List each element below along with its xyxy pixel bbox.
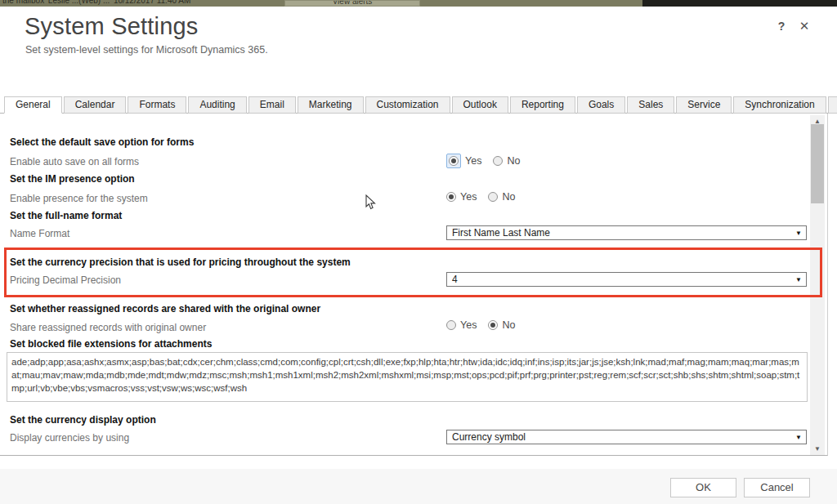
tab-general[interactable]: General	[4, 96, 62, 114]
radio-unselected-icon	[488, 192, 498, 202]
radio-focus-ring	[446, 154, 461, 168]
radio-no-label: No	[507, 155, 520, 167]
im-presence-label: Enable presence for the system	[10, 193, 148, 204]
radio-yes-label: Yes	[460, 319, 477, 331]
pricing-precision-label: Pricing Decimal Precision	[10, 274, 121, 286]
currency-display-value: Currency symbol	[452, 430, 526, 444]
chevron-down-icon: ▼	[795, 230, 802, 237]
name-format-value: First Name Last Name	[452, 226, 550, 239]
radio-unselected-icon	[493, 156, 503, 166]
tab-service[interactable]: Service	[676, 96, 732, 114]
section-currency-precision-title: Set the currency precision that is used …	[10, 256, 351, 268]
page-title: System Settings	[25, 13, 199, 40]
share-reassigned-label: Share reassigned records with original o…	[10, 322, 206, 333]
section-blocked-extensions-title: Set blocked file extensions for attachme…	[10, 338, 212, 350]
tab-synchronization[interactable]: Synchronization	[733, 96, 826, 114]
section-name-format-title: Set the full-name format	[10, 210, 122, 221]
auto-save-no-option[interactable]: No	[493, 155, 520, 167]
tab-sales[interactable]: Sales	[627, 96, 674, 114]
scrollbar-down-icon[interactable]: ▼	[810, 443, 825, 455]
chevron-down-icon: ▼	[795, 276, 802, 283]
view-alerts-label: View alerts	[285, 0, 419, 6]
tab-formats[interactable]: Formats	[128, 96, 186, 114]
share-reassigned-no-option[interactable]: No	[488, 319, 515, 331]
section-currency-display-title: Set the currency display option	[10, 414, 156, 426]
tab-reporting[interactable]: Reporting	[510, 96, 575, 114]
radio-selected-icon	[488, 320, 498, 330]
auto-save-yes-option[interactable]: Yes	[446, 154, 481, 168]
pricing-precision-select[interactable]: 4 ▼	[446, 272, 807, 287]
pricing-precision-value: 4	[452, 273, 458, 286]
section-save-option-title: Select the default save option for forms	[10, 136, 194, 148]
name-format-label: Name Format	[10, 228, 69, 239]
section-share-reassigned-title: Set whether reassigned records are share…	[10, 303, 320, 314]
tab-strip: General Calendar Formats Auditing Email …	[4, 96, 837, 114]
radio-no-label: No	[502, 191, 515, 203]
im-presence-no-option[interactable]: No	[488, 191, 515, 203]
radio-no-label: No	[502, 319, 515, 331]
currency-display-label: Display currencies by using	[10, 432, 129, 444]
share-reassigned-yes-option[interactable]: Yes	[446, 319, 477, 331]
radio-yes-label: Yes	[460, 191, 477, 203]
chevron-down-icon: ▼	[795, 434, 802, 441]
blocked-extensions-textarea[interactable]: ade;adp;app;asa;ashx;asmx;asp;bas;bat;cd…	[7, 352, 808, 402]
view-alerts-button[interactable]: View alerts	[284, 0, 420, 7]
tab-marketing[interactable]: Marketing	[298, 96, 364, 114]
notification-message: the mailbox 'Leslie ...(Web) ...' 10/12/…	[2, 0, 190, 5]
tab-calendar[interactable]: Calendar	[64, 96, 127, 114]
auto-save-radio-group: Yes No	[446, 154, 520, 168]
currency-display-select[interactable]: Currency symbol ▼	[446, 430, 807, 444]
close-icon[interactable]: ✕	[796, 18, 812, 34]
ok-button[interactable]: OK	[670, 478, 736, 497]
notification-bar-dark-segment	[642, 0, 837, 7]
tab-mobile[interactable]: Mobile	[828, 96, 837, 114]
tab-goals[interactable]: Goals	[577, 96, 625, 114]
notification-bar: the mailbox 'Leslie ...(Web) ...' 10/12/…	[0, 0, 837, 7]
name-format-select[interactable]: First Name Last Name ▼	[446, 225, 807, 240]
settings-panel: Select the default save option for forms…	[0, 114, 828, 456]
tab-outlook[interactable]: Outlook	[452, 96, 508, 114]
radio-selected-icon	[449, 156, 459, 166]
tab-customization[interactable]: Customization	[365, 96, 450, 114]
im-presence-yes-option[interactable]: Yes	[446, 191, 477, 203]
cancel-button[interactable]: Cancel	[744, 478, 810, 497]
auto-save-label: Enable auto save on all forms	[10, 156, 139, 167]
share-reassigned-radio-group: Yes No	[446, 319, 515, 331]
page-subtitle: Set system-level settings for Microsoft …	[25, 44, 268, 56]
help-icon[interactable]: ?	[774, 19, 789, 33]
dialog-footer: OK Cancel	[0, 469, 837, 504]
vertical-scrollbar[interactable]: ▲ ▼	[810, 115, 825, 455]
radio-selected-icon	[446, 192, 456, 202]
tab-auditing[interactable]: Auditing	[188, 96, 246, 114]
im-presence-radio-group: Yes No	[446, 191, 515, 203]
radio-unselected-icon	[446, 320, 456, 330]
radio-yes-label: Yes	[465, 155, 481, 167]
tab-email[interactable]: Email	[248, 96, 296, 114]
scrollbar-thumb[interactable]	[811, 124, 824, 203]
section-im-presence-title: Set the IM presence option	[10, 173, 135, 185]
